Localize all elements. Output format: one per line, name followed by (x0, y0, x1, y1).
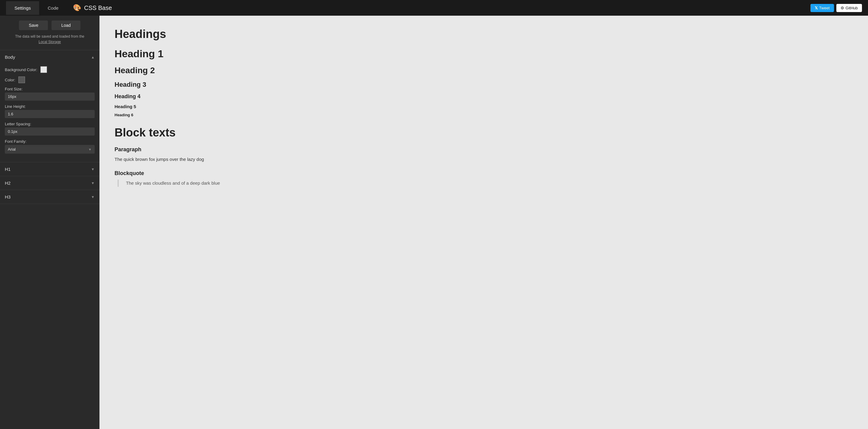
brand: 🎨 CSS Base (73, 4, 112, 12)
code-tab[interactable]: Code (39, 1, 67, 15)
h2-section-label: H2 (5, 180, 10, 186)
header: Settings Code 🎨 CSS Base 𝕏 Tweet ⚙ GitHu… (0, 0, 868, 16)
preview-area: Headings Heading 1 Heading 2 Heading 3 H… (99, 16, 868, 429)
github-icon: ⚙ (841, 6, 844, 10)
font-size-field: Font Size: (5, 87, 95, 104)
font-size-label: Font Size: (5, 87, 95, 91)
twitter-icon: 𝕏 (815, 6, 818, 10)
line-height-field: Line Height: (5, 104, 95, 122)
preview-h3: Heading 3 (115, 81, 853, 89)
color-swatch[interactable] (19, 76, 25, 83)
color-row: Color: (5, 76, 95, 83)
header-right: 𝕏 Tweet ⚙ GitHub (810, 4, 862, 12)
settings-tab[interactable]: Settings (6, 1, 39, 15)
main: Save Load The data will be saved and loa… (0, 16, 868, 429)
sidebar-actions: Save Load (19, 21, 80, 30)
h2-section[interactable]: H2 (0, 176, 99, 190)
font-size-input[interactable] (5, 93, 95, 101)
preview-h4: Heading 4 (115, 93, 853, 100)
letter-spacing-label: Letter Spacing: (5, 122, 95, 126)
font-family-label: Font Family: (5, 139, 95, 144)
preview-h1: Heading 1 (115, 48, 853, 60)
paragraph-text: The quick brown fox jumps over the lazy … (115, 156, 853, 163)
github-button[interactable]: ⚙ GitHub (836, 4, 862, 12)
blockquote-label: Blockquote (115, 170, 853, 176)
font-family-select-wrapper: Arial Georgia Helvetica Times New Roman … (5, 145, 95, 154)
bg-color-label: Background Color: (5, 67, 37, 72)
preview-h6: Heading 6 (115, 113, 853, 117)
load-button[interactable]: Load (52, 21, 80, 30)
preview-h5: Heading 5 (115, 104, 853, 109)
storage-note: The data will be saved and loaded from t… (15, 34, 84, 44)
headings-title: Headings (115, 28, 853, 41)
preview-h2: Heading 2 (115, 66, 853, 75)
line-height-input[interactable] (5, 110, 95, 118)
save-button[interactable]: Save (19, 21, 48, 30)
local-storage-link[interactable]: Local Storage (38, 40, 61, 44)
font-family-field: Font Family: Arial Georgia Helvetica Tim… (5, 139, 95, 154)
tweet-label: Tweet (819, 6, 830, 10)
blockquote-section: Blockquote The sky was cloudless and of … (115, 170, 853, 187)
paragraph-section: Paragraph The quick brown fox jumps over… (115, 146, 853, 163)
letter-spacing-input[interactable] (5, 127, 95, 136)
blockquote-text: The sky was cloudless and of a deep dark… (118, 179, 853, 187)
h1-chevron-icon (91, 167, 95, 171)
palette-icon: 🎨 (73, 4, 81, 12)
letter-spacing-field: Letter Spacing: (5, 122, 95, 139)
github-label: GitHub (846, 6, 858, 10)
tweet-button[interactable]: 𝕏 Tweet (810, 4, 834, 12)
storage-note-text: The data will be saved and loaded from t… (15, 34, 84, 39)
h3-chevron-icon (91, 195, 95, 199)
body-section: Body Background Color: Color: Font Size: (0, 50, 99, 162)
header-left: Settings Code 🎨 CSS Base (6, 1, 112, 15)
body-section-title: Body (5, 55, 15, 60)
font-family-select[interactable]: Arial Georgia Helvetica Times New Roman … (5, 145, 95, 154)
line-height-label: Line Height: (5, 104, 95, 109)
sidebar-top: Save Load The data will be saved and loa… (0, 16, 99, 50)
h3-section-label: H3 (5, 194, 10, 199)
body-section-body: Background Color: Color: Font Size: Line… (0, 64, 99, 162)
body-chevron-icon (91, 55, 95, 59)
color-label: Color: (5, 78, 16, 82)
h2-chevron-icon (91, 181, 95, 185)
body-section-header[interactable]: Body (0, 50, 99, 64)
block-texts-title: Block texts (115, 126, 853, 139)
bg-color-swatch[interactable] (40, 66, 47, 73)
h1-section-label: H1 (5, 167, 10, 172)
bg-color-row: Background Color: (5, 66, 95, 73)
h3-section[interactable]: H3 (0, 190, 99, 204)
headings-section: Headings Heading 1 Heading 2 Heading 3 H… (115, 28, 853, 117)
paragraph-label: Paragraph (115, 146, 853, 153)
h1-section[interactable]: H1 (0, 162, 99, 176)
sidebar: Save Load The data will be saved and loa… (0, 16, 99, 429)
brand-name: CSS Base (84, 4, 112, 11)
